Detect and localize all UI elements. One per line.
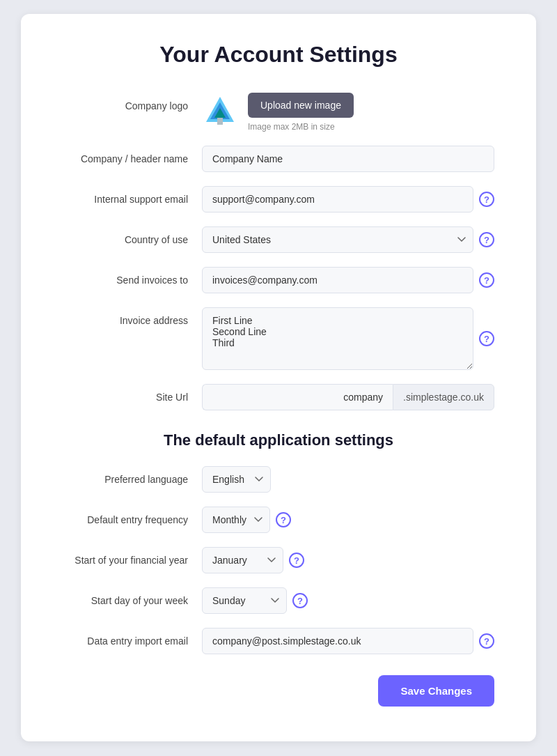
address-row: Invoice address First Line Second Line T… [63,307,494,370]
language-select[interactable]: English French German Spanish [202,466,271,493]
company-name-row: Company / header name [63,146,494,172]
upload-btn[interactable]: Upload new image [248,93,354,118]
upload-section: Upload new image Image max 2MB in size [248,93,354,132]
save-row: Save Changes [63,675,494,707]
frequency-control: Monthly Weekly Daily Yearly ? [202,507,494,533]
financial-year-label: Start of your financial year [63,547,202,568]
country-row: Country of use United States United King… [63,226,494,253]
week-start-label: Start day of your week [63,587,202,608]
logo-row: Company logo Upload new image Image max … [63,93,494,132]
financial-year-control: JanuaryFebruaryMarch AprilMayJune JulyAu… [202,547,494,573]
site-url-wrap: .simplestage.co.uk [202,384,494,410]
financial-year-row: Start of your financial year JanuaryFebr… [63,547,494,573]
frequency-row: Default entry frequency Monthly Weekly D… [63,507,494,533]
financial-year-help-icon[interactable]: ? [289,553,304,568]
invoices-input[interactable] [202,267,473,293]
address-help-icon[interactable]: ? [479,331,494,346]
import-email-label: Data entry import email [63,628,202,649]
support-email-help-icon[interactable]: ? [479,192,494,207]
import-email-row: Data entry import email ? [63,628,494,654]
week-start-control: SundayMondayTuesday WednesdayThursdayFri… [202,587,494,614]
country-select[interactable]: United States United Kingdom Canada Aust… [202,226,473,253]
country-label: Country of use [63,226,202,247]
week-start-select[interactable]: SundayMondayTuesday WednesdayThursdayFri… [202,587,287,614]
svg-rect-3 [217,118,223,125]
logo-preview [202,93,238,129]
upload-hint: Image max 2MB in size [248,122,354,132]
invoices-control: ? [202,267,494,293]
save-button[interactable]: Save Changes [378,675,494,707]
section-title: The default application settings [63,431,494,449]
invoices-help-icon[interactable]: ? [479,272,494,288]
frequency-select[interactable]: Monthly Weekly Daily Yearly [202,507,270,533]
company-name-input[interactable] [202,146,494,172]
invoices-label: Send invoices to [63,267,202,288]
support-email-row: Internal support email ? [63,186,494,213]
support-email-input[interactable] [202,186,473,213]
company-name-control [202,146,494,172]
site-url-row: Site Url .simplestage.co.uk [63,384,494,410]
language-row: Preferred language English French German… [63,466,494,493]
week-start-row: Start day of your week SundayMondayTuesd… [63,587,494,614]
site-url-label: Site Url [63,384,202,405]
frequency-help-icon[interactable]: ? [276,512,291,527]
financial-year-select[interactable]: JanuaryFebruaryMarch AprilMayJune JulyAu… [202,547,283,573]
settings-card: Your Account Settings Company logo Uploa… [21,14,536,741]
country-help-icon[interactable]: ? [479,232,494,247]
invoices-row: Send invoices to ? [63,267,494,293]
import-email-input[interactable] [202,628,473,654]
page-title: Your Account Settings [63,42,494,68]
week-start-help-icon[interactable]: ? [292,593,308,608]
logo-label: Company logo [63,93,202,114]
address-textarea[interactable]: First Line Second Line Third [202,307,473,370]
company-name-label: Company / header name [63,146,202,167]
import-email-help-icon[interactable]: ? [479,633,494,649]
site-url-control: .simplestage.co.uk [202,384,494,410]
import-email-control: ? [202,628,494,654]
frequency-label: Default entry frequency [63,507,202,527]
site-url-input[interactable] [202,384,393,410]
address-label: Invoice address [63,307,202,328]
support-email-control: ? [202,186,494,213]
site-url-suffix: .simplestage.co.uk [393,384,494,410]
address-control: First Line Second Line Third ? [202,307,494,370]
language-control: English French German Spanish [202,466,494,493]
language-label: Preferred language [63,466,202,487]
country-control: United States United Kingdom Canada Aust… [202,226,494,253]
logo-section: Upload new image Image max 2MB in size [202,93,354,132]
logo-control: Upload new image Image max 2MB in size [202,93,494,132]
support-email-label: Internal support email [63,186,202,207]
